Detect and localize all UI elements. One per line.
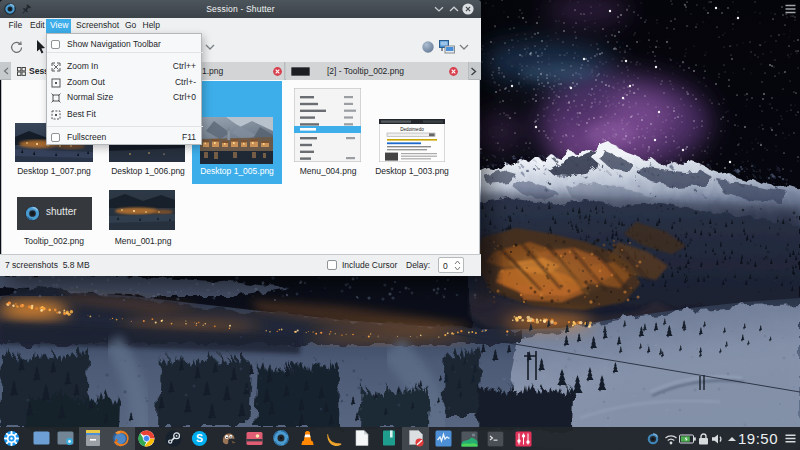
svg-text:S: S	[196, 432, 203, 444]
svg-text:Dedoimedo: Dedoimedo	[400, 127, 424, 132]
